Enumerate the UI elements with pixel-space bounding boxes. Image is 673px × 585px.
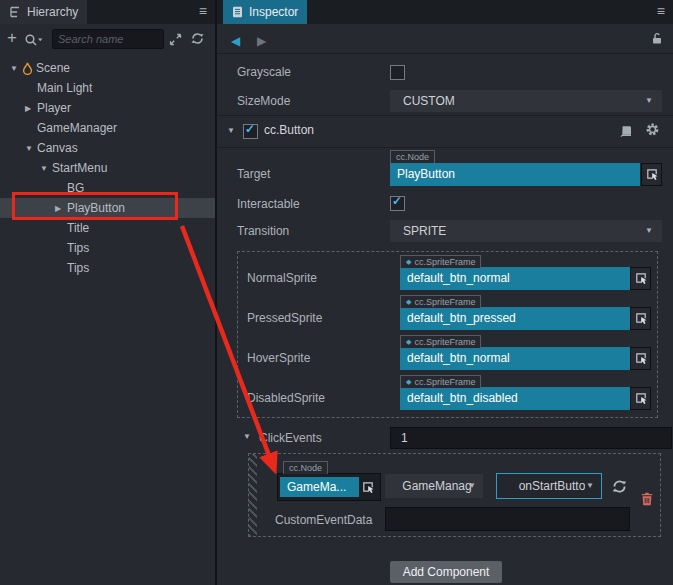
gear-icon[interactable] xyxy=(645,122,660,141)
hierarchy-menu-icon[interactable]: ≡ xyxy=(199,3,207,19)
spriteframe-icon: ◆ xyxy=(406,298,411,305)
node-picker-button[interactable] xyxy=(359,478,377,496)
refresh-handlers-icon[interactable] xyxy=(611,478,628,499)
trash-icon[interactable] xyxy=(641,492,653,510)
transition-label: Transition xyxy=(237,220,289,242)
interactable-checkbox[interactable]: ✓ xyxy=(390,196,405,211)
component-enabled-checkbox[interactable]: ✓ xyxy=(243,124,258,139)
tree-node-label: Tips xyxy=(67,241,89,255)
chevron-down-icon: ▼ xyxy=(468,474,476,498)
expander-icon[interactable]: ▼ xyxy=(10,64,22,73)
sprite-picker-button[interactable] xyxy=(630,267,651,290)
inspector-panel: Inspector ≡ ◀ ▶ Grayscale SizeMode CUSTO… xyxy=(217,0,673,585)
add-component-button[interactable]: Add Component xyxy=(390,561,502,583)
sprite-picker-button[interactable] xyxy=(630,387,651,410)
type-tag: ◆cc.SpriteFrame xyxy=(400,295,481,308)
create-node-button[interactable]: + xyxy=(7,29,17,47)
tree-node-gamemanager[interactable]: GameManager xyxy=(0,118,215,138)
normalsprite-field[interactable]: default_btn_normal xyxy=(400,267,633,290)
search-filter-icon[interactable] xyxy=(24,33,45,51)
expander-icon[interactable]: ▶ xyxy=(25,104,37,113)
tree-node-label: GameManager xyxy=(37,121,117,135)
hierarchy-tabbar: Hierarchy ≡ xyxy=(0,0,215,24)
target-node-field[interactable]: PlayButton xyxy=(390,163,640,186)
hoversprite-field[interactable]: default_btn_normal xyxy=(400,347,633,370)
tree-node-player[interactable]: ▶ Player xyxy=(0,98,215,118)
tree-node-startmenu[interactable]: ▼ StartMenu xyxy=(0,158,215,178)
tree-node-label: Player xyxy=(37,101,71,115)
tab-hierarchy-label: Hierarchy xyxy=(27,5,78,19)
component-expander-icon[interactable]: ▼ xyxy=(227,126,235,135)
type-tag: cc.Node xyxy=(283,461,328,474)
sizemode-label: SizeMode xyxy=(237,90,290,112)
chevron-down-icon: ▼ xyxy=(645,90,653,112)
expander-icon[interactable]: ▼ xyxy=(40,164,52,173)
tree-node-label: Canvas xyxy=(37,141,78,155)
event-node-group: GameMa... xyxy=(277,473,381,501)
tab-inspector-label: Inspector xyxy=(249,5,298,19)
expand-all-icon[interactable] xyxy=(169,32,182,50)
clickevents-count-field[interactable]: 1 xyxy=(390,427,672,449)
check-icon: ✓ xyxy=(245,122,255,136)
grayscale-label: Grayscale xyxy=(237,61,291,83)
history-forward-button[interactable]: ▶ xyxy=(257,28,266,54)
target-label: Target xyxy=(237,163,270,185)
hoversprite-label: HoverSprite xyxy=(247,347,310,369)
clickevents-expander-icon[interactable]: ▼ xyxy=(243,432,251,441)
pressedsprite-label: PressedSprite xyxy=(247,307,322,329)
event-component-select[interactable]: GameManag ▼ xyxy=(385,474,483,498)
tree-node-tips[interactable]: Tips xyxy=(0,258,215,278)
normalsprite-label: NormalSprite xyxy=(247,267,317,289)
tree-node-label: Tips xyxy=(67,261,89,275)
tab-hierarchy[interactable]: Hierarchy xyxy=(0,0,87,24)
chevron-down-icon: ▼ xyxy=(645,220,653,242)
tree-node-label: StartMenu xyxy=(52,161,107,175)
expander-icon[interactable]: ▼ xyxy=(25,144,37,153)
type-tag: ◆cc.SpriteFrame xyxy=(400,375,481,388)
hierarchy-panel: Hierarchy ≡ + ▼ xyxy=(0,0,215,585)
refresh-icon[interactable] xyxy=(190,31,205,50)
pressedsprite-field[interactable]: default_btn_pressed xyxy=(400,307,633,330)
type-tag: cc.Node xyxy=(390,150,435,163)
sprite-picker-button[interactable] xyxy=(630,347,651,370)
spriteframe-icon: ◆ xyxy=(406,258,411,265)
tree-node-tips[interactable]: Tips xyxy=(0,238,215,258)
tree-node-scene[interactable]: ▼ Scene xyxy=(0,58,215,78)
search-input[interactable] xyxy=(52,29,164,49)
cursor-pick-icon xyxy=(646,168,658,181)
tab-inspector[interactable]: Inspector xyxy=(223,0,307,24)
tree-node-title[interactable]: Title xyxy=(0,218,215,238)
scene-icon xyxy=(22,62,36,75)
tree-node-label: Scene xyxy=(36,61,70,75)
clickevents-label: ClickEvents xyxy=(259,427,322,449)
event-node-field[interactable]: GameMa... xyxy=(280,477,359,497)
search-icon xyxy=(24,33,45,47)
spriteframe-icon: ◆ xyxy=(406,378,411,385)
tree-node-main-light[interactable]: Main Light xyxy=(0,78,215,98)
disabledsprite-label: DisabledSprite xyxy=(247,387,325,409)
panel-divider[interactable] xyxy=(215,0,217,585)
help-doc-icon[interactable] xyxy=(619,124,633,142)
inspector-doc-icon xyxy=(232,6,243,18)
chevron-down-icon: ▼ xyxy=(586,474,594,498)
inspector-tabbar: Inspector ≡ xyxy=(217,0,673,24)
tree-node-canvas[interactable]: ▼ Canvas xyxy=(0,138,215,158)
check-icon: ✓ xyxy=(392,194,402,208)
inspector-menu-icon[interactable]: ≡ xyxy=(657,3,665,19)
hierarchy-tree-icon xyxy=(9,6,21,18)
lock-icon[interactable] xyxy=(651,31,663,49)
drag-handle[interactable] xyxy=(249,454,257,536)
node-picker-button[interactable] xyxy=(641,163,662,186)
event-handler-select[interactable]: onStartButto ▼ xyxy=(496,473,602,499)
customeventdata-label: CustomEventData xyxy=(275,508,372,532)
customeventdata-input[interactable] xyxy=(385,507,630,531)
history-back-button[interactable]: ◀ xyxy=(231,28,240,54)
hierarchy-tree: ▼ Scene Main Light ▶ Player GameManager xyxy=(0,58,215,278)
sprite-picker-button[interactable] xyxy=(630,307,651,330)
cocos-editor-window: Hierarchy ≡ + ▼ xyxy=(0,0,673,585)
disabledsprite-field[interactable]: default_btn_disabled xyxy=(400,387,633,410)
transition-select[interactable]: SPRITE ▼ xyxy=(390,220,662,242)
type-tag: ◆cc.SpriteFrame xyxy=(400,335,481,348)
grayscale-checkbox[interactable] xyxy=(390,65,405,80)
sizemode-select[interactable]: CUSTOM ▼ xyxy=(390,90,662,112)
